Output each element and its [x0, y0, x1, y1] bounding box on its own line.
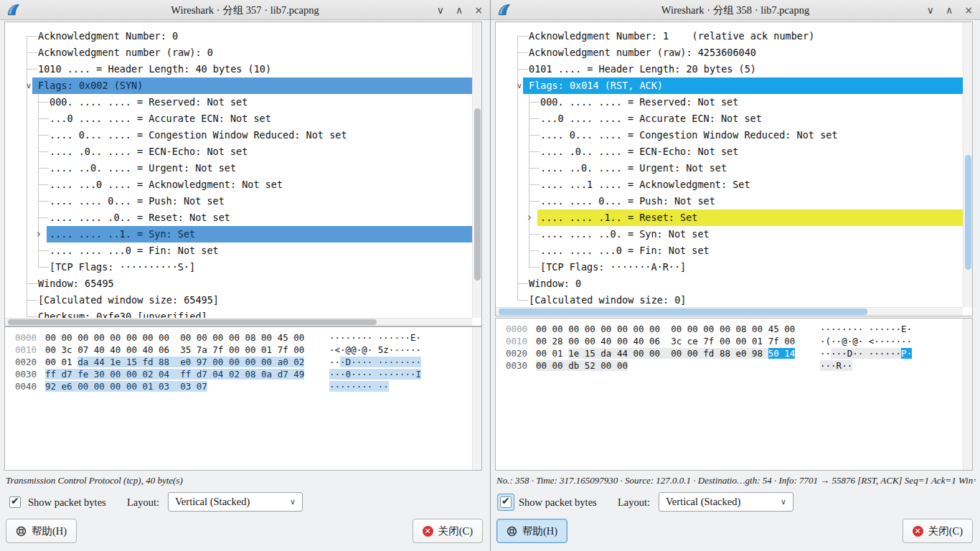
titlebar[interactable]: Wireshark · 分组 357 · lib7.pcapng ∨ ∧ ×	[0, 0, 490, 20]
packet-detail-row[interactable]: ∨Flags: 0x014 (RST, ACK)	[496, 77, 963, 94]
packet-detail-row[interactable]: .... .... 0... = Push: Not set	[5, 193, 472, 209]
ascii-bytes[interactable]: ········ ······E·	[820, 323, 912, 335]
expand-icon[interactable]: ›	[527, 209, 532, 226]
maximize-icon[interactable]: ∧	[456, 4, 463, 16]
layout-select[interactable]: Vertical (Stacked) ∨	[168, 492, 303, 512]
ascii-bytes[interactable]: ········ ··	[329, 380, 389, 392]
hex-bytes[interactable]: 00 01 1e 15 da 44 00 00 00 00 fd 88 e0 9…	[536, 347, 795, 359]
packet-detail-row[interactable]: .... .... ...0 = Fin: Not set	[5, 242, 472, 259]
packet-detail-row[interactable]: Checksum: 0xfe30 [unverified]	[5, 309, 472, 318]
packet-detail-row[interactable]: Acknowledgment number (raw): 0	[5, 44, 472, 61]
show-packet-bytes-checkbox[interactable]: ✔	[498, 494, 514, 510]
help-button-label: 帮助(H)	[522, 524, 557, 538]
scrollbar-thumb[interactable]	[965, 155, 971, 270]
packet-detail-row[interactable]: 0101 .... = Header Length: 20 bytes (5)	[496, 61, 963, 77]
field-text: .... ...1 .... = Acknowledgment: Set	[540, 176, 750, 193]
close-button[interactable]: ✕ 关闭(C)	[413, 519, 483, 543]
packet-bytes-row[interactable]: 004092 e6 00 00 00 00 01 03 03 07·······…	[5, 380, 462, 392]
help-button-label: 帮助(H)	[32, 524, 67, 538]
packet-detail-row[interactable]: .... .0.. .... = ECN-Echo: Not set	[5, 143, 472, 160]
packet-detail-row[interactable]: Acknowledgment Number: 0	[5, 28, 472, 44]
packet-detail-row[interactable]: .... .... 0... = Push: Not set	[496, 193, 963, 209]
packet-detail-row[interactable]: [Calculated window size: 0]	[496, 292, 963, 307]
packet-detail-row[interactable]: .... ..0. .... = Urgent: Not set	[5, 160, 472, 176]
field-text: ...0 .... .... = Accurate ECN: Not set	[540, 110, 762, 127]
packet-detail-row[interactable]: [TCP Flags: ··········S·]	[5, 259, 472, 276]
field-text: 000. .... .... = Reserved: Not set	[540, 94, 738, 110]
tree-vertical-scrollbar[interactable]	[963, 22, 972, 307]
packet-detail-row[interactable]: .... .... ..0. = Syn: Not set	[496, 226, 963, 242]
hex-bytes[interactable]: 00 01 da 44 1e 15 fd 88 e0 97 00 00 00 0…	[45, 356, 304, 368]
minimize-icon[interactable]: ∨	[437, 4, 444, 16]
hex-bytes[interactable]: 00 00 00 00 00 00 00 00 00 00 00 00 08 0…	[45, 331, 304, 344]
tree-vertical-scrollbar[interactable]	[472, 22, 481, 318]
ascii-bytes[interactable]: ···D···· ········	[329, 356, 421, 368]
packet-detail-row[interactable]: Acknowledgment Number: 1 (relative ack n…	[496, 28, 963, 44]
close-window-icon[interactable]: ×	[964, 4, 973, 16]
byte-offset: 0010	[506, 335, 527, 347]
packet-bytes-row[interactable]: 002000 01 1e 15 da 44 00 00 00 00 fd 88 …	[496, 347, 953, 359]
packet-detail-row[interactable]: [TCP Flags: ·······A·R··]	[496, 259, 963, 276]
ascii-bytes[interactable]: ········ ······E·	[329, 331, 421, 344]
packet-detail-row[interactable]: ...0 .... .... = Accurate ECN: Not set	[496, 110, 963, 127]
tree-horizontal-scrollbar[interactable]	[496, 307, 963, 316]
packet-bytes-row[interactable]: 0030ff d7 fe 30 00 00 02 04 ff d7 04 02 …	[5, 368, 462, 380]
ascii-bytes[interactable]: ···R··	[820, 359, 852, 372]
bytes-vertical-scrollbar[interactable]	[963, 319, 972, 470]
packet-detail-row[interactable]: .... ...1 .... = Acknowledgment: Set	[496, 176, 963, 193]
packet-detail-row[interactable]: 1010 .... = Header Length: 40 bytes (10)	[5, 61, 472, 77]
hex-bytes[interactable]: 92 e6 00 00 00 00 01 03 03 07	[45, 380, 207, 392]
packet-bytes-row[interactable]: 003000 00 db 52 00 00···R··	[496, 359, 953, 372]
packet-detail-row[interactable]: .... .... .0.. = Reset: Not set	[5, 209, 472, 226]
hex-bytes[interactable]: 00 3c 07 40 40 00 40 06 35 7a 7f 00 00 0…	[45, 344, 304, 356]
ascii-bytes[interactable]: ·(··@·@· <·······	[820, 335, 912, 347]
hex-bytes[interactable]: ff d7 fe 30 00 00 02 04 ff d7 04 02 08 0…	[45, 368, 304, 380]
packet-detail-row[interactable]: ∨Flags: 0x002 (SYN)	[5, 77, 472, 94]
packet-bytes-row[interactable]: 001000 28 00 00 40 00 40 06 3c ce 7f 00 …	[496, 335, 953, 347]
hex-bytes[interactable]: 00 00 db 52 00 00	[536, 359, 628, 372]
close-button[interactable]: ✕ 关闭(C)	[903, 519, 973, 543]
packet-detail-row[interactable]: .... .... ...0 = Fin: Not set	[496, 242, 963, 259]
packet-detail-row[interactable]: 000. .... .... = Reserved: Not set	[496, 94, 963, 110]
collapse-icon[interactable]: ∨	[517, 77, 522, 94]
scrollbar-thumb[interactable]	[8, 319, 377, 325]
help-button[interactable]: 帮助(H)	[6, 519, 77, 543]
packet-detail-row[interactable]: .... ..0. .... = Urgent: Not set	[496, 160, 963, 176]
packet-detail-row[interactable]: .... 0... .... = Congestion Window Reduc…	[5, 127, 472, 143]
layout-selected-value: Vertical (Stacked)	[175, 493, 250, 511]
hex-bytes[interactable]: 00 00 00 00 00 00 00 00 00 00 00 00 08 0…	[536, 323, 795, 335]
expand-icon[interactable]: ›	[37, 226, 41, 242]
maximize-icon[interactable]: ∧	[946, 4, 953, 16]
packet-bytes-row[interactable]: 000000 00 00 00 00 00 00 00 00 00 00 00 …	[5, 331, 462, 344]
close-window-icon[interactable]: ×	[474, 4, 483, 16]
hex-bytes[interactable]: 00 28 00 00 40 00 40 06 3c ce 7f 00 00 0…	[536, 335, 795, 347]
ascii-bytes[interactable]: ·<·@@·@· 5z······	[329, 344, 421, 356]
packet-detail-row[interactable]: Window: 65495	[5, 276, 472, 292]
field-text: [Calculated window size: 65495]	[38, 292, 219, 309]
ascii-bytes[interactable]: ·····D·· ······P·	[820, 347, 912, 359]
collapse-icon[interactable]: ∨	[26, 77, 32, 94]
packet-detail-row[interactable]: .... ...0 .... = Acknowledgment: Not set	[5, 176, 472, 193]
packet-detail-row[interactable]: Window: 0	[496, 276, 963, 292]
layout-select[interactable]: Vertical (Stacked) ∨	[659, 492, 793, 512]
show-packet-bytes-checkbox[interactable]: ✔	[7, 494, 23, 510]
packet-detail-row[interactable]: Acknowledgment number (raw): 4253606040	[496, 44, 963, 61]
packet-detail-row[interactable]: .... .0.. .... = ECN-Echo: Not set	[496, 143, 963, 160]
minimize-icon[interactable]: ∨	[927, 4, 934, 16]
help-button[interactable]: 帮助(H)	[496, 519, 567, 543]
tree-horizontal-scrollbar[interactable]	[5, 318, 472, 326]
packet-bytes-row[interactable]: 000000 00 00 00 00 00 00 00 00 00 00 00 …	[496, 323, 953, 335]
packet-bytes-row[interactable]: 001000 3c 07 40 40 00 40 06 35 7a 7f 00 …	[5, 344, 462, 356]
scrollbar-thumb[interactable]	[474, 108, 481, 281]
packet-bytes-row[interactable]: 002000 01 da 44 1e 15 fd 88 e0 97 00 00 …	[5, 356, 462, 368]
scrollbar-thumb[interactable]	[499, 309, 867, 315]
packet-detail-row[interactable]: .... 0... .... = Congestion Window Reduc…	[496, 127, 963, 143]
packet-detail-row[interactable]: ›.... .... .1.. = Reset: Set	[496, 209, 963, 226]
ascii-bytes[interactable]: ···0···· ·······I	[329, 368, 421, 380]
packet-detail-row[interactable]: 000. .... .... = Reserved: Not set	[5, 94, 472, 110]
packet-detail-row[interactable]: [Calculated window size: 65495]	[5, 292, 472, 309]
packet-detail-row[interactable]: ...0 .... .... = Accurate ECN: Not set	[5, 110, 472, 127]
bytes-vertical-scrollbar[interactable]	[472, 327, 481, 470]
titlebar[interactable]: Wireshark · 分组 358 · lib7.pcapng ∨ ∧ ×	[491, 0, 980, 20]
packet-detail-row[interactable]: ›.... .... ..1. = Syn: Set	[5, 226, 472, 242]
